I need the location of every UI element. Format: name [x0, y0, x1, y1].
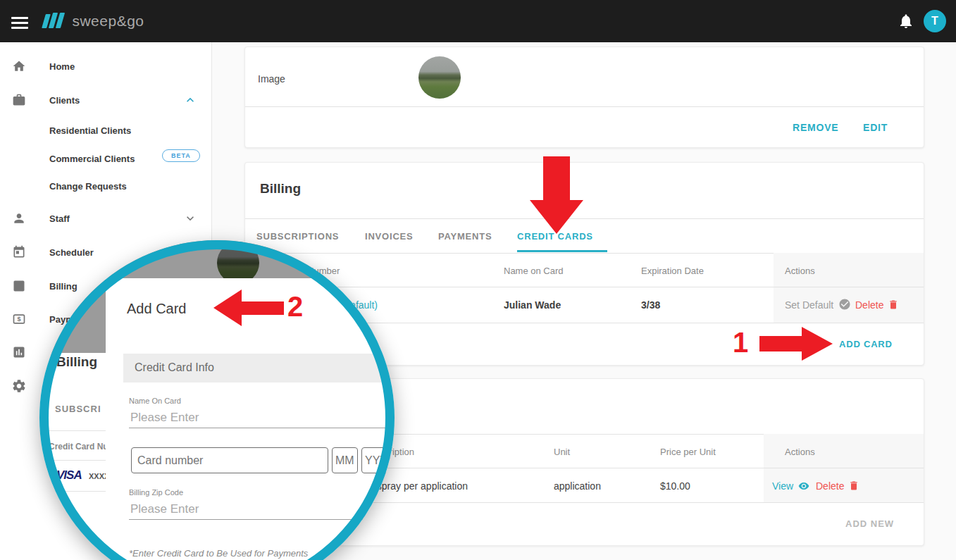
set-default-action[interactable]: Set Default — [785, 299, 833, 311]
payments-dollar-icon: $ — [12, 312, 26, 329]
col-header-price-per-unit: Price per Unit — [660, 447, 716, 457]
sidebar-item-clients[interactable]: Clients — [49, 95, 80, 106]
col-header-expiration-date: Expiration Date — [641, 266, 704, 276]
step-number: 1 — [733, 327, 748, 359]
check-circle-icon[interactable] — [838, 298, 851, 311]
magnified-card-number-header: Credit Card Number — [49, 442, 107, 452]
active-tab-underline — [517, 250, 607, 252]
eye-icon[interactable] — [797, 480, 810, 492]
tab-invoices[interactable]: INVOICES — [365, 231, 414, 242]
expiry-month-input[interactable] — [332, 447, 358, 473]
billing-zip-input[interactable] — [129, 499, 371, 520]
add-card-button[interactable]: ADD CARD — [839, 339, 893, 349]
profile-image — [418, 56, 461, 99]
add-new-button[interactable]: ADD NEW — [845, 518, 894, 529]
brand-name: sweep&go — [72, 13, 144, 29]
name-on-card-input[interactable] — [129, 408, 392, 428]
visa-logo: VISA — [56, 468, 82, 483]
tab-subscriptions[interactable]: SUBSCRIPTIONS — [256, 231, 339, 242]
step-number: 2 — [287, 291, 303, 323]
col-header-name-on-card: Name on Card — [504, 266, 564, 276]
service-unit-cell: application — [554, 480, 601, 492]
sidebar-item-scheduler[interactable]: Scheduler — [49, 247, 94, 258]
calendar-icon — [12, 245, 26, 262]
magnified-subscriptions-tab: SUBSCRI — [55, 404, 101, 414]
chevron-down-icon[interactable] — [183, 211, 197, 228]
expiration-cell: 3/38 — [641, 299, 660, 311]
image-row-label: Image — [258, 73, 285, 85]
name-on-card-label: Name On Card — [129, 397, 181, 405]
actions-column-bg — [774, 253, 924, 323]
sidebar-item-staff[interactable]: Staff — [49, 213, 70, 224]
edit-button[interactable]: EDIT — [863, 122, 888, 133]
person-icon — [12, 211, 26, 228]
remove-button[interactable]: REMOVE — [793, 122, 838, 133]
sidebar-item-billing[interactable]: Billing — [49, 281, 77, 292]
sidebar-item-commercial-clients[interactable]: Commercial Clients — [49, 154, 135, 164]
service-price-cell: $10.00 — [660, 480, 690, 492]
dialog-note: *Enter Credit Card to Be Used for Paymen… — [129, 548, 308, 559]
view-service-action[interactable]: View — [772, 480, 793, 492]
section-header-bar: Credit Card Info — [123, 354, 395, 382]
notifications-bell-icon[interactable] — [898, 13, 914, 30]
tab-payments[interactable]: PAYMENTS — [438, 231, 492, 242]
magnified-billing-title: Billing — [56, 354, 97, 370]
col-header-actions: Actions — [785, 266, 815, 276]
user-avatar[interactable]: T — [924, 10, 946, 32]
trash-icon[interactable] — [888, 299, 899, 311]
dimmed-profile-image — [217, 242, 259, 284]
col-header-unit: Unit — [554, 447, 570, 457]
section-header-label: Credit Card Info — [135, 361, 214, 374]
chevron-up-icon[interactable] — [183, 93, 197, 110]
briefcase-icon — [12, 93, 26, 110]
trash-icon[interactable] — [848, 480, 859, 492]
bar-chart-icon[interactable] — [12, 345, 26, 362]
billing-card-title: Billing — [260, 181, 301, 197]
billing-list-icon — [12, 279, 26, 296]
sidebar-item-residential-clients[interactable]: Residential Clients — [49, 125, 131, 136]
profile-card: Image REMOVE EDIT — [244, 46, 924, 148]
dialog-title: Add Card — [127, 301, 187, 317]
sidebar-item-change-requests[interactable]: Change Requests — [49, 181, 127, 192]
sidebar-item-home[interactable]: Home — [49, 61, 75, 72]
svg-text:$: $ — [17, 316, 20, 323]
gear-icon[interactable] — [11, 378, 27, 397]
add-card-dialog: Add Card Credit Card Info Name On Card B… — [106, 278, 395, 560]
app-window: sweep&go T Home Clients Residential Clie… — [0, 0, 956, 560]
delete-service-action[interactable]: Delete — [816, 480, 844, 492]
home-icon — [12, 59, 26, 76]
top-bar: sweep&go T — [0, 0, 956, 42]
brand-logo[interactable]: sweep&go — [44, 13, 144, 31]
avatar-initial: T — [931, 15, 938, 27]
billing-zip-label: Billing Zip Code — [129, 488, 183, 497]
delete-card-action[interactable]: Delete — [855, 299, 883, 311]
beta-badge: BETA — [162, 149, 200, 162]
name-on-card-cell: Julian Wade — [504, 299, 561, 311]
hamburger-menu-icon[interactable] — [11, 14, 28, 32]
card-number-input[interactable] — [131, 447, 328, 473]
masked-digits: XXXX — [89, 472, 107, 480]
col-header-actions: Actions — [785, 447, 815, 457]
